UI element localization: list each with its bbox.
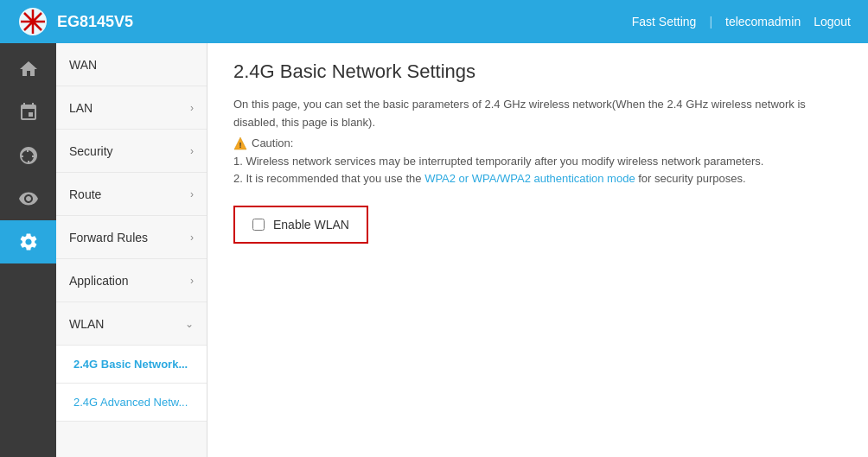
caution-title: ! Caution: (233, 136, 842, 150)
svg-text:!: ! (239, 141, 242, 149)
enable-wlan-label[interactable]: Enable WLAN (273, 218, 349, 232)
caution-block: ! Caution: 1. Wireless network services … (233, 136, 842, 189)
enable-wlan-checkbox[interactable] (252, 219, 265, 231)
brand-name: EG8145V5 (57, 13, 133, 31)
sub-item-24g-advanced[interactable]: 2.4G Advanced Netw... (56, 384, 207, 422)
sidebar-icon-diagnostics[interactable] (0, 177, 56, 220)
sub-item-24g-basic[interactable]: 2.4G Basic Network... (56, 346, 207, 384)
user-link[interactable]: telecomadmin (725, 15, 801, 29)
nav-divider: | (709, 15, 712, 29)
chevron-up-icon: ⌄ (185, 318, 194, 330)
page-description: On this page, you can set the basic para… (233, 96, 842, 132)
header: EG8145V5 Fast Setting | telecomadmin Log… (0, 0, 868, 43)
network-icon (18, 102, 39, 123)
settings-icon (18, 232, 39, 252)
sidebar-item-application[interactable]: Application › (56, 259, 207, 302)
main-layout: WAN LAN › Security › Route › Forward Rul… (0, 43, 868, 457)
caution-item-2: 2. It is recommended that you use the WP… (233, 170, 842, 188)
main-content: 2.4G Basic Network Settings On this page… (207, 43, 868, 457)
chevron-down-icon: › (190, 275, 194, 287)
sidebar-item-lan[interactable]: LAN › (56, 86, 207, 130)
logo: EG8145V5 (17, 6, 133, 37)
chevron-down-icon: › (190, 102, 194, 114)
sidebar-icon-tools[interactable] (0, 134, 56, 177)
enable-wlan-box: Enable WLAN (233, 206, 368, 244)
home-icon (18, 59, 39, 79)
sidebar-item-forward-rules[interactable]: Forward Rules › (56, 216, 207, 259)
text-sidebar: WAN LAN › Security › Route › Forward Rul… (56, 43, 207, 457)
caution-list: 1. Wireless network services may be inte… (233, 153, 842, 189)
logout-link[interactable]: Logout (814, 15, 851, 29)
icon-sidebar (0, 43, 56, 457)
diagnostics-icon (18, 188, 39, 209)
sidebar-item-security[interactable]: Security › (56, 130, 207, 173)
sidebar-icon-home[interactable] (0, 48, 56, 91)
sidebar-item-wlan[interactable]: WLAN ⌄ (56, 302, 207, 346)
sidebar-icon-settings[interactable] (0, 220, 56, 263)
chevron-down-icon: › (190, 188, 194, 200)
chevron-down-icon: › (190, 232, 194, 244)
sidebar-item-route[interactable]: Route › (56, 173, 207, 216)
chevron-down-icon: › (190, 145, 194, 157)
warning-icon: ! (233, 136, 247, 150)
sidebar-icon-network[interactable] (0, 91, 56, 134)
caution-item-1: 1. Wireless network services may be inte… (233, 153, 842, 171)
header-nav: Fast Setting | telecomadmin Logout (632, 15, 851, 29)
huawei-logo-icon (17, 6, 48, 37)
wpa2-link: WPA2 or WPA/WPA2 authentication mode (424, 172, 635, 185)
fast-setting-link[interactable]: Fast Setting (632, 15, 697, 29)
tools-icon (18, 145, 39, 166)
sidebar-item-wan[interactable]: WAN (56, 43, 207, 86)
page-title: 2.4G Basic Network Settings (233, 60, 842, 83)
